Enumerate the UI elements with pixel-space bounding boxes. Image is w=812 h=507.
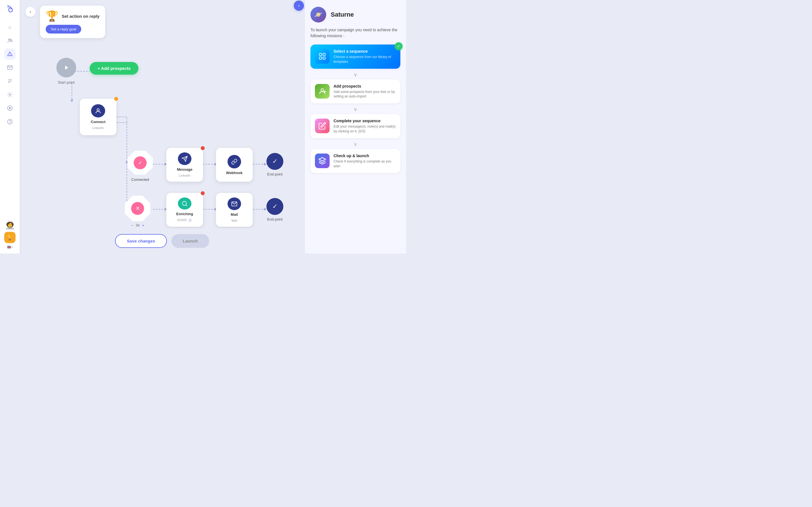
sidebar-item-lists[interactable] [4,75,15,87]
panel-avatar: 🪐 [310,7,326,22]
svg-line-33 [186,205,187,206]
mission-checkup-launch[interactable]: Check up & launch Check if everyhting is… [310,149,400,173]
save-changes-button[interactable]: Save changes [115,234,167,248]
enriching-node[interactable]: Enriching 0/2000 i [166,193,203,227]
start-circle [56,58,76,77]
not-connected-shape: ✕ [125,196,150,221]
chevron-1: ∨ [310,70,400,79]
action-on-reply-card: 🏆 Set action on reply Set a reply goal [40,6,105,38]
right-panel: 🪐 Saturne To launch your campaign you ne… [305,0,406,253]
sidebar-bottom: 🧑‍🚀 🏆 🇬🇧 ▾ [4,220,15,249]
connect-node[interactable]: Connect Linkedin [80,99,116,135]
end-circle-1: ✓ [266,153,283,170]
svg-point-1 [8,39,10,40]
svg-rect-37 [319,57,322,59]
sidebar-item-play[interactable] [4,103,15,114]
mission-checkup-title: Check up & launch [334,154,396,158]
connected-node[interactable]: ✓ Connected [124,151,156,182]
delay-controls: − 3d + [130,223,146,228]
sidebar-flag[interactable]: 🇬🇧 ▾ [7,245,13,249]
message-node[interactable]: Message Linkedin [166,148,203,182]
mission-sequence-content: Select a sequence Choose a sequence from… [334,49,396,64]
mission-complete-title: Complete your sequence [334,119,396,123]
mission-checkup-content: Check up & launch Check if everyhting is… [334,154,396,169]
end-node-2: ✓ End point [266,198,283,221]
sidebar-item-mail[interactable] [4,62,15,73]
sidebar-item-settings[interactable] [4,89,15,100]
webhook-node[interactable]: Webhook [216,148,253,182]
trophy-icon: 🏆 [46,10,58,22]
mail-icon [227,198,241,210]
svg-point-31 [97,109,99,111]
reply-goal-button[interactable]: Set a reply goal [46,25,81,34]
action-card-title: Set action on reply [62,14,100,18]
mission-complete-sequence[interactable]: Complete your sequence Edit your message… [310,114,400,138]
mission-prospects-content: Add prospects Add some prospects from yo… [334,84,396,99]
sidebar-item-campaigns[interactable] [4,48,15,60]
sidebar-item-gold[interactable]: 🏆 [4,232,15,243]
start-label: Start point [58,80,74,84]
svg-marker-15 [70,100,73,102]
mission-icon-prospects [315,84,329,99]
enriching-title: Enriching [176,212,193,216]
sidebar-item-team[interactable] [4,35,15,46]
connect-title: Connect [91,120,105,124]
mission-icon-checkup [315,154,329,168]
sidebar-logo [5,4,14,15]
svg-point-2 [10,39,11,40]
delay-value: 3d [136,223,139,227]
message-title: Message [177,167,193,172]
svg-rect-36 [323,54,325,56]
add-prospects-button[interactable]: + Add prospects [90,62,139,75]
expand-panel-button[interactable]: › [294,1,304,11]
not-connected-node[interactable]: ✕ − 3d + Not connected [125,196,150,228]
mission-icon-complete [315,119,329,133]
mission-complete-desc: Edit your message(s), note(s) and mail(s… [334,124,396,134]
connected-shape: ✓ [128,151,153,175]
sidebar-item-home[interactable]: ⌂ [4,21,15,33]
main-content: ‹ 🏆 Set action on reply Set a reply goal… [20,0,305,253]
mission-select-sequence[interactable]: ✓ Select a sequence Choose a sequence fr… [310,45,400,69]
svg-rect-38 [323,57,325,59]
sidebar-item-help[interactable] [4,116,15,127]
panel-subtitle: To launch your campaign you need to achi… [310,27,400,39]
delay-plus[interactable]: + [141,223,146,228]
mission-icon-sequence [315,49,329,64]
svg-point-13 [10,123,10,123]
message-sub: Linkedin [179,174,191,177]
connect-sub: Linkedin [93,126,104,129]
back-button[interactable]: ‹ [26,7,36,17]
mission-prospects-desc: Add some prospects from your lists or by… [334,90,396,99]
connected-icon: ✓ [134,156,147,169]
sidebar: ⌂ 🧑‍🚀 🏆 🇬🇧 ▾ [0,0,20,253]
launch-button[interactable]: Launch [171,234,209,248]
mission-add-prospects[interactable]: Add prospects Add some prospects from yo… [310,79,400,104]
mail-node[interactable]: Mail Mail [216,193,253,227]
end-label-2: End point [267,217,283,221]
webhook-icon [227,155,241,168]
mail-sub: Mail [232,219,237,222]
enriching-icon [178,198,192,210]
delay-minus[interactable]: − [130,223,135,228]
enriching-sub: 0/2000 i [177,218,192,222]
end-circle-2: ✓ [266,198,283,215]
svg-point-9 [9,94,11,96]
svg-rect-35 [319,54,322,56]
panel-title: Saturne [331,11,354,18]
flow-canvas: Start point + Add prospects Connect Link… [20,38,305,228]
mission-sequence-title: Select a sequence [334,49,396,54]
chevron-2: ∨ [310,105,400,114]
start-node: Start point [56,58,76,84]
connected-label: Connected [132,177,149,182]
mission-checkup-desc: Check if everyhting is complete as you w… [334,159,396,169]
mission-prospects-title: Add prospects [334,84,396,89]
chevron-3: ∨ [310,139,400,149]
webhook-title: Webhook [226,171,243,175]
mission-sequence-desc: Choose a sequence from our library of te… [334,55,396,64]
panel-header: 🪐 Saturne [310,7,400,22]
not-connected-icon: ✕ [131,202,144,215]
end-label-1: End point [267,172,283,176]
connect-icon [91,104,105,117]
mission-complete-content: Complete your sequence Edit your message… [334,119,396,134]
svg-marker-30 [65,66,68,69]
